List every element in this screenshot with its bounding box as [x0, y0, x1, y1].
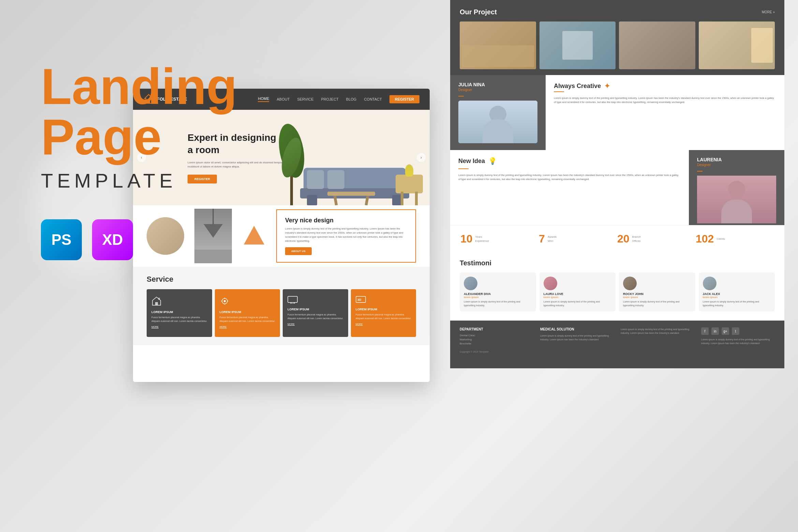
member-1-photo — [458, 101, 537, 143]
testimoni-cards: ALEXANDER DIVA lorem ipsum Lorem ipsum i… — [460, 272, 775, 311]
footer-col-4: f in g+ t Lorem ipsum is simply dummy te… — [701, 327, 775, 361]
testi-card-3: ROCKY JOHN lorem ipsum Lorem ipsum is si… — [619, 272, 695, 311]
stat-2-number: 7 — [539, 233, 545, 245]
right-panels: Our Project MORE » — [450, 0, 784, 368]
about-box-text: Lorem Ipsum is simply dummy text of the … — [285, 227, 407, 243]
testi-name-4: JACK ALEX — [703, 292, 771, 296]
creative-text: Lorem ipsum is simply dummy text of the … — [554, 96, 776, 104]
project-panel-title: Our Project — [460, 8, 497, 16]
left-panel: Landing Page TEMPLATE PS XD — [0, 0, 280, 532]
screen-icon — [287, 296, 298, 304]
project-image-3 — [619, 21, 695, 69]
idea-panel: New Idea 💡 Lorem ipsum is simply dummy t… — [450, 150, 689, 225]
about-text-box: Very nice design Lorem Ipsum is simply d… — [276, 209, 416, 263]
team-left-1: JULIA NINA Designer — [450, 75, 546, 150]
stat-3: 20 BranchOffices — [617, 233, 696, 245]
footer-dept-item-2: Marketing — [460, 338, 533, 341]
instagram-icon[interactable]: in — [711, 327, 719, 335]
testi-text-3: Lorem ipsum is simply dummy text of the … — [623, 300, 691, 307]
footer-col-4-text: Lorem ipsum is simply dummy text of the … — [701, 338, 775, 345]
member-2-divider — [697, 171, 703, 172]
our-project-panel: Our Project MORE » — [450, 0, 784, 75]
idea-divider — [458, 168, 469, 169]
testi-name-1: ALEXANDER DIVA — [464, 292, 532, 296]
stat-4-number: 102 — [696, 233, 714, 245]
footer-dept-item-3: Brochette — [460, 342, 533, 345]
coffee-table — [327, 192, 375, 205]
nav-service[interactable]: SERVICE — [297, 97, 313, 101]
footer-col-2: MEDICAL SOLUTION Lorem ipsum is simply d… — [540, 327, 614, 361]
service-card-4-more[interactable]: MORE — [356, 323, 412, 325]
stat-1-label: YearsExperience — [475, 235, 489, 242]
team-right-1: Always Creative ✦ Lorem ipsum is simply … — [546, 75, 784, 150]
twitter-icon[interactable]: t — [732, 327, 739, 335]
project-images-row — [460, 21, 775, 69]
testi-role-3: lorem ipsum — [623, 296, 691, 299]
hero-furniture — [273, 117, 430, 205]
project-panel-header: Our Project MORE » — [460, 8, 775, 16]
testi-card-1: ALEXANDER DIVA lorem ipsum Lorem ipsum i… — [460, 272, 536, 311]
about-box-title: Very nice design — [285, 217, 407, 224]
service-card-3-title: LOREM IPSUM — [287, 308, 343, 311]
nav-links: HOME ABOUT SERVICE PROJECT BLOG CONTACT … — [258, 95, 419, 103]
team-panel-2: LAURENIA Designer — [689, 150, 784, 225]
footer-col-3: Lorem ipsum is simply dummy text of the … — [621, 327, 694, 361]
stat-4: 102 Clients — [696, 233, 774, 245]
testi-card-2: LAURA LOVE lorem ipsum Lorem ipsum is si… — [540, 272, 616, 311]
tools-row: PS XD — [41, 219, 133, 260]
stat-3-label: BranchOffices — [632, 235, 641, 242]
facebook-icon[interactable]: f — [701, 327, 709, 335]
svg-text:3D: 3D — [357, 298, 361, 301]
service-card-3-text: Fusce fermentum placerat magna ac pharet… — [287, 313, 343, 320]
member-1-name: JULIA NINA — [458, 82, 537, 87]
googleplus-icon[interactable]: g+ — [722, 327, 729, 335]
stat-2: 7 AwardsWon — [539, 233, 617, 245]
nav-project[interactable]: PROJECT — [321, 97, 338, 101]
service-card-4-title: LOREM IPSUM — [356, 308, 412, 311]
svg-rect-6 — [288, 296, 297, 302]
about-us-button[interactable]: ABOUT US — [285, 247, 312, 255]
stat-3-number: 20 — [617, 233, 630, 245]
testi-role-2: lorem ipsum — [544, 296, 612, 299]
project-image-4 — [699, 21, 775, 69]
idea-icon: 💡 — [488, 157, 497, 165]
footer-medical-text: Lorem ipsum is simply dummy text of the … — [540, 334, 614, 341]
testi-name-3: ROCKY JOHN — [623, 292, 691, 296]
nav-blog[interactable]: BLOG — [346, 97, 357, 101]
project-image-2 — [540, 21, 616, 69]
testi-text-4: Lorem ipsum is simply dummy text of the … — [703, 300, 771, 307]
stat-1: 10 YearsExperience — [460, 233, 539, 245]
testi-name-2: LAURA LOVE — [544, 292, 612, 296]
member-2-role: Designer — [697, 163, 776, 167]
testimoni-panel: Testimoni ALEXANDER DIVA lorem ipsum Lor… — [450, 252, 784, 321]
member-2-photo — [697, 176, 776, 223]
testi-avatar-2 — [544, 277, 557, 290]
member-1-divider — [458, 96, 464, 97]
service-card-4-text: Fusce fermentum placerat magna ac pharet… — [356, 313, 412, 320]
footer-col-1: DEPARTMENT Dental Clinic Marketing Broch… — [460, 327, 533, 361]
nav-contact[interactable]: CONTACT — [364, 97, 382, 101]
footer-dept-item-1: Dental Clinic — [460, 334, 533, 337]
xd-badge: XD — [92, 219, 133, 260]
creative-icon: ✦ — [604, 82, 610, 90]
testimoni-title: Testimoni — [460, 259, 775, 267]
testi-role-4: lorem ipsum — [703, 296, 771, 299]
hero-next-button[interactable]: › — [417, 153, 426, 162]
footer-social-icons: f in g+ t — [701, 327, 775, 335]
3d-icon: 3D — [356, 296, 366, 304]
creative-title: Always Creative ✦ — [554, 82, 776, 90]
idea-text: Lorem ipsum is simply dummy text of the … — [458, 173, 681, 181]
service-card-3-more[interactable]: MORE — [287, 323, 343, 325]
stat-4-label: Clients — [716, 237, 725, 241]
idea-team-panel: New Idea 💡 Lorem ipsum is simply dummy t… — [450, 150, 784, 225]
service-card-4: 3D LOREM IPSUM Fusce fermentum placerat … — [351, 289, 416, 337]
idea-title: New Idea 💡 — [458, 157, 681, 165]
member-1-role: Designer — [458, 88, 537, 92]
project-more-link[interactable]: MORE » — [762, 10, 775, 14]
footer-panel: DEPARTMENT Dental Clinic Marketing Broch… — [450, 321, 784, 368]
nav-register-button[interactable]: REGISTER — [389, 95, 419, 103]
project-image-1 — [460, 21, 536, 69]
footer-copyright: Copyright © 2016 Template — [460, 351, 533, 353]
footer-col-3-text: Lorem ipsum is simply dummy text of the … — [621, 327, 694, 335]
stat-2-label: AwardsWon — [548, 235, 557, 242]
